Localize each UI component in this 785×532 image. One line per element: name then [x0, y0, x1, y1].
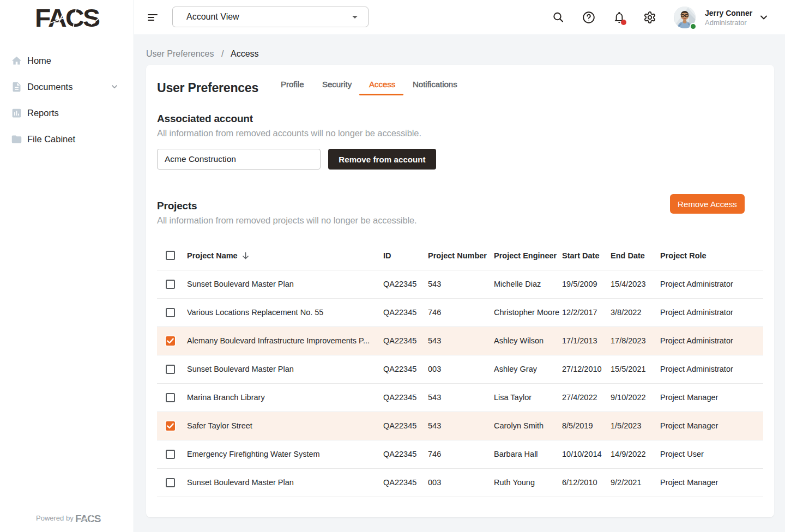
svg-text:FACS: FACS — [36, 7, 99, 30]
svg-text:FACS: FACS — [75, 514, 101, 524]
